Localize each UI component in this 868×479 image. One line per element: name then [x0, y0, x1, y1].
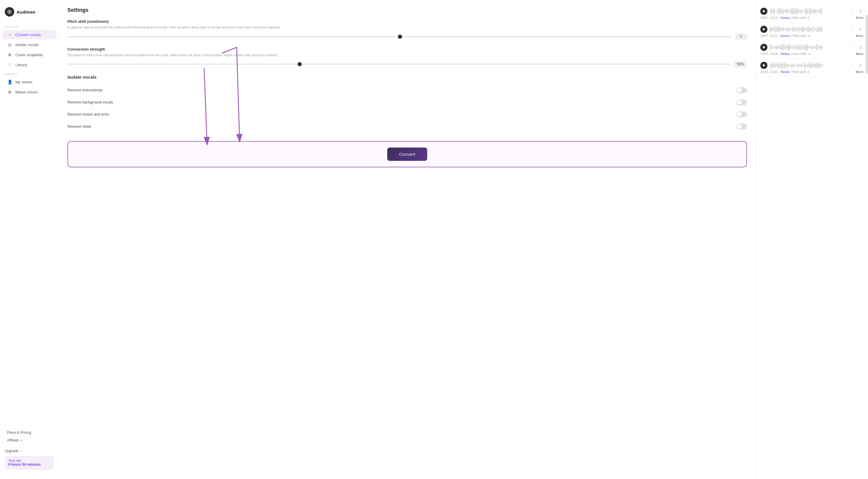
history-item-top-4: ♡ ⬇ [760, 62, 863, 69]
cover-icon: ⊕ [7, 52, 12, 57]
history-item-1: ♡ ⬇ 19/07, 14:16 | Amina | Pitch shift: … [755, 5, 868, 23]
convert-button-area: Convert [67, 141, 747, 167]
toggle-noise[interactable] [736, 124, 747, 129]
toggle-label-instrumental: Remove instrumental [67, 88, 102, 92]
sidebar-item-cover-acapellas[interactable]: ⊕ Cover acapellas [2, 50, 57, 59]
logo-icon [5, 7, 14, 17]
download-icon-4[interactable]: ⬇ [857, 62, 863, 68]
sidebar-item-library[interactable]: ♡ Library [2, 60, 57, 69]
pitch-shift-slider[interactable] [67, 36, 732, 37]
sidebar-label-isolate-vocals: Isolate vocals [16, 42, 39, 47]
upgrade-label[interactable]: Upgrade → [5, 448, 54, 454]
history-voice-1: Amina [781, 16, 789, 20]
separator-1: | [779, 16, 779, 20]
pitch-shift-thumb[interactable] [398, 35, 402, 39]
play-button-2[interactable] [760, 26, 767, 33]
pitch-shift-section: Pitch shift (semitones) In general, play… [67, 19, 747, 40]
upgrade-section: Upgrade → Time left 9 hours 54 minutes [5, 448, 54, 470]
download-icon-1[interactable]: ⬇ [857, 8, 863, 14]
history-meta-2: 19/07, 14:11 | Amina | Pitch shift: -4 M… [760, 34, 863, 37]
user-icon: 👤 [7, 79, 12, 84]
heart-icon-1[interactable]: ♡ [849, 8, 855, 14]
pitch-shift-value: 0 [735, 33, 747, 40]
history-item-2: ♡ ⬇ 19/07, 14:11 | Amina | Pitch shift: … [755, 23, 868, 41]
mix-icon: ⊕ [7, 90, 12, 94]
play-button-1[interactable] [760, 8, 767, 15]
waveform-1 [770, 8, 847, 15]
toggle-label-reverb: Remove reverb and echo [67, 113, 109, 117]
isolate-vocals-title: Isolate vocals [67, 74, 747, 79]
plans-pricing-link[interactable]: Plans & Pricing [5, 429, 54, 437]
main-content: Settings Pitch shift (semitones) In gene… [59, 0, 868, 479]
separator-4: | [779, 70, 779, 74]
toggle-bg-vocals[interactable] [736, 99, 747, 105]
history-meta-4: 19/07, 10:43 | Nicole | Pitch shift: 0 M… [760, 70, 863, 74]
music-icon: ♪ [7, 32, 12, 37]
history-panel: ♡ ⬇ 19/07, 14:16 | Amina | Pitch shift: … [755, 0, 868, 479]
time-left-value: 9 hours 54 minutes [8, 462, 51, 467]
history-actions-2: ♡ ⬇ [849, 26, 863, 32]
toggle-knob-noise [737, 124, 742, 129]
sidebar-item-convert-vocals[interactable]: ♪ Convert vocals [2, 30, 57, 39]
affiliate-label: Affiliate [7, 438, 19, 442]
conversion-strength-slider-row: 50% [67, 61, 747, 67]
conversion-strength-slider[interactable] [67, 64, 731, 65]
convert-button[interactable]: Convert [387, 148, 427, 161]
time-left-box: Time left 9 hours 54 minutes [5, 456, 54, 470]
separator-3: | [779, 52, 779, 56]
waveform-3 [770, 44, 847, 51]
settings-panel-wrapper: Settings Pitch shift (semitones) In gene… [59, 0, 755, 479]
toggle-row-instrumental: Remove instrumental [67, 84, 747, 96]
sidebar: Audimee VOCALS ♪ Convert vocals ◎ Isolat… [0, 0, 59, 479]
heart-icon-3[interactable]: ♡ [849, 44, 855, 50]
sidebar-item-mixed-voices[interactable]: ⊕ Mixed voices [2, 87, 57, 97]
voices-section-label: VOICES [0, 70, 59, 77]
play-button-3[interactable] [760, 44, 767, 51]
history-meta-1: 19/07, 14:16 | Amina | Pitch shift: 0 Mo… [760, 16, 863, 20]
play-button-4[interactable] [760, 62, 767, 69]
sidebar-item-isolate-vocals[interactable]: ◎ Isolate vocals [2, 40, 57, 50]
history-item-top-3: ♡ ⬇ [760, 44, 863, 51]
conversion-strength-value: 50% [734, 61, 747, 67]
history-actions-4: ♡ ⬇ [849, 62, 863, 68]
pitch-label-4: | Pitch shift: 0 [790, 70, 809, 74]
scrollbar[interactable] [866, 15, 868, 74]
isolate-icon: ◎ [7, 42, 12, 47]
heart-icon-4[interactable]: ♡ [849, 62, 855, 68]
more-button-2[interactable]: More [856, 34, 863, 37]
history-timestamp-3: 19/07, 14:08 [760, 52, 777, 56]
more-button-4[interactable]: More [856, 70, 863, 74]
sidebar-label-mixed-voices: Mixed voices [16, 90, 38, 94]
toggle-reverb[interactable] [736, 111, 747, 117]
sidebar-item-my-voices[interactable]: 👤 My voices [2, 77, 57, 87]
history-item-4: ♡ ⬇ 19/07, 10:43 | Nicole | Pitch shift:… [755, 59, 868, 77]
more-button-3[interactable]: More [856, 52, 863, 56]
conversion-strength-desc: Decrease to retain more characteristics … [67, 53, 747, 58]
play-icon-2 [763, 28, 765, 31]
affiliate-link[interactable]: Affiliate ↗ [5, 437, 54, 444]
history-actions-3: ♡ ⬇ [849, 44, 863, 50]
toggle-knob-instrumental [737, 88, 742, 93]
toggle-instrumental[interactable] [736, 87, 747, 93]
sidebar-label-convert-vocals: Convert vocals [16, 33, 41, 37]
toggle-knob-bg-vocals [737, 100, 742, 105]
heart-icon-2[interactable]: ♡ [849, 26, 855, 32]
download-icon-2[interactable]: ⬇ [857, 26, 863, 32]
history-actions-1: ♡ ⬇ [849, 8, 863, 14]
history-item-top-1: ♡ ⬇ [760, 8, 863, 15]
svg-point-1 [9, 11, 10, 13]
history-item-3: ♡ ⬇ 19/07, 14:08 | Amina | Pitch shift: … [755, 41, 868, 59]
time-left-title: Time left [8, 459, 51, 462]
play-icon-3 [763, 46, 765, 49]
conversion-strength-thumb[interactable] [298, 62, 302, 66]
sidebar-label-library: Library [16, 63, 27, 67]
sidebar-label-cover-acapellas: Cover acapellas [16, 53, 43, 57]
more-button-1[interactable]: More [856, 16, 863, 20]
waveform-2 [770, 26, 847, 33]
external-link-icon: ↗ [20, 439, 22, 442]
pitch-shift-desc: In general, play around with this settin… [67, 25, 747, 30]
download-icon-3[interactable]: ⬇ [857, 44, 863, 50]
isolate-vocals-section: Isolate vocals Remove instrumental Remov… [67, 74, 747, 133]
pitch-label-3: | Pitch shift: -4 [791, 52, 810, 56]
sidebar-bottom: Plans & Pricing Affiliate ↗ Upgrade → Ti… [0, 424, 59, 474]
